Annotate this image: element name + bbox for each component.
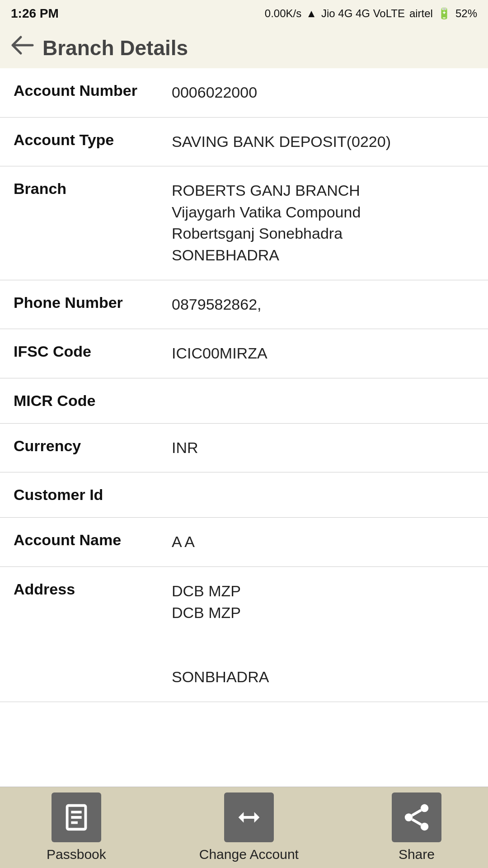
status-time: 1:26 PM [11, 6, 59, 21]
bottom-nav: Passbook Change Account Share [0, 787, 488, 868]
share-label: Share [399, 847, 435, 862]
share-icon-box [392, 793, 441, 842]
back-button[interactable] [11, 35, 34, 60]
network-speed: 0.00K/s [265, 7, 301, 20]
detail-label-2: Branch [14, 180, 172, 198]
carrier1: Jio 4G 4G VoLTE [321, 7, 405, 20]
page-title: Branch Details [42, 36, 188, 60]
nav-passbook[interactable]: Passbook [47, 793, 106, 862]
status-right: 0.00K/s ▲ Jio 4G 4G VoLTE airtel 🔋 52% [265, 7, 477, 20]
battery-icon: 🔋 [437, 7, 451, 20]
detail-label-3: Phone Number [14, 294, 172, 311]
change-account-icon [233, 802, 265, 833]
detail-row-3: Phone Number0879582862, [0, 280, 488, 330]
detail-label-9: Address [14, 580, 172, 598]
detail-value-0: 0006022000 [172, 82, 474, 104]
change-account-icon-box [224, 793, 274, 842]
detail-row-7: Customer Id [0, 472, 488, 518]
nav-change-account[interactable]: Change Account [199, 793, 299, 862]
detail-value-6: INR [172, 437, 474, 459]
detail-row-2: BranchROBERTS GANJ BRANCH Vijaygarh Vati… [0, 166, 488, 280]
svg-point-0 [421, 804, 429, 812]
detail-row-0: Account Number0006022000 [0, 68, 488, 118]
status-bar: 1:26 PM 0.00K/s ▲ Jio 4G 4G VoLTE airtel… [0, 0, 488, 27]
svg-point-1 [405, 813, 413, 821]
passbook-label: Passbook [47, 847, 106, 862]
carrier2: airtel [409, 7, 433, 20]
detail-row-1: Account TypeSAVING BANK DEPOSIT(0220) [0, 118, 488, 167]
detail-value-3: 0879582862, [172, 294, 474, 316]
detail-value-2: ROBERTS GANJ BRANCH Vijaygarh Vatika Com… [172, 180, 474, 266]
detail-label-8: Account Name [14, 531, 172, 549]
header: Branch Details [0, 27, 488, 68]
svg-point-2 [421, 822, 429, 830]
svg-line-4 [412, 810, 421, 815]
detail-label-1: Account Type [14, 131, 172, 149]
signal-icon: ▲ [306, 7, 317, 20]
detail-value-9: DCB MZP DCB MZP SONBHADRA [172, 580, 474, 688]
detail-label-4: IFSC Code [14, 343, 172, 360]
detail-row-5: MICR Code [0, 378, 488, 424]
detail-row-4: IFSC CodeICIC00MIRZA [0, 329, 488, 378]
passbook-icon-box [52, 793, 101, 842]
detail-label-5: MICR Code [14, 392, 172, 410]
detail-row-9: AddressDCB MZP DCB MZP SONBHADRA [0, 567, 488, 702]
detail-label-7: Customer Id [14, 486, 172, 504]
detail-label-0: Account Number [14, 82, 172, 99]
passbook-icon [61, 802, 92, 833]
detail-row-6: CurrencyINR [0, 424, 488, 473]
nav-share[interactable]: Share [392, 793, 441, 862]
detail-value-4: ICIC00MIRZA [172, 343, 474, 364]
detail-label-6: Currency [14, 437, 172, 455]
svg-line-3 [412, 819, 421, 825]
change-account-label: Change Account [199, 847, 299, 862]
detail-row-8: Account NameA A [0, 518, 488, 567]
content-area: Account Number0006022000Account TypeSAVI… [0, 68, 488, 787]
share-icon [401, 802, 432, 833]
detail-value-1: SAVING BANK DEPOSIT(0220) [172, 131, 474, 153]
battery-level: 52% [455, 7, 477, 20]
detail-value-8: A A [172, 531, 474, 553]
